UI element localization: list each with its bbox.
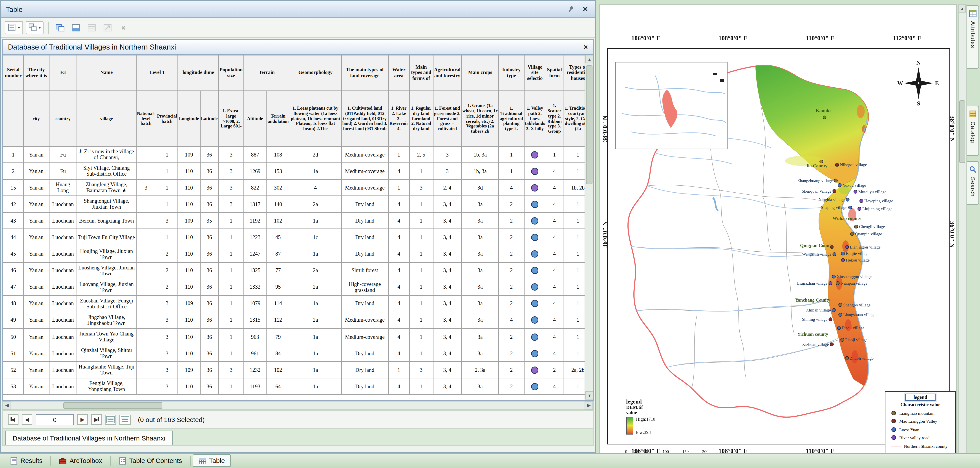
table-cell[interactable]: [136, 163, 156, 179]
table-cell[interactable]: Houjing Village, Jiuxian Town: [77, 246, 136, 262]
column-header[interactable]: Population size: [219, 55, 244, 91]
table-cell[interactable]: 2d: [290, 146, 341, 163]
table-cell[interactable]: Luochuan: [49, 345, 77, 362]
column-subheader[interactable]: 1. River 2. Lake 3. Reservoir 4.: [388, 91, 409, 146]
column-subheader[interactable]: National-level batch: [136, 91, 156, 146]
table-cell[interactable]: 3, 4: [433, 378, 461, 395]
village-marker[interactable]: [841, 252, 845, 256]
table-row[interactable]: 44Yan'anLuochuanTuji Town Fu City Villag…: [3, 229, 593, 246]
table-row[interactable]: 53Yan'anLuochuanFengjia Village, Yongxia…: [3, 378, 593, 395]
table-cell[interactable]: Zhangfeng Village, Baimatan Town ★: [77, 179, 136, 196]
table-cell[interactable]: 108: [266, 146, 290, 163]
table-row[interactable]: 52Yan'anLuochuanHuanglianhe Village, Tuj…: [3, 362, 593, 378]
document-tab-header[interactable]: Database of Traditional Villages in Nort…: [2, 39, 594, 55]
table-cell[interactable]: 50: [3, 329, 24, 345]
table-cell[interactable]: 1: [409, 378, 433, 395]
table-cell[interactable]: 3a: [461, 345, 499, 362]
table-cell[interactable]: 3, 4: [433, 295, 461, 312]
column-header[interactable]: Main crops: [461, 55, 499, 91]
map-canvas[interactable]: N W E S Nihegou villageZhangzhuang villa…: [608, 49, 950, 444]
table-cell[interactable]: [136, 229, 156, 246]
table-cell[interactable]: 4: [388, 329, 409, 345]
column-subheader[interactable]: Latitude: [200, 91, 219, 146]
table-cell[interactable]: Dry land: [341, 378, 388, 395]
table-cell[interactable]: Medium-coverage: [341, 163, 388, 179]
table-cell[interactable]: Medium-coverage: [341, 179, 388, 196]
table-cell[interactable]: 36: [200, 378, 219, 395]
table-cell[interactable]: 36: [200, 246, 219, 262]
table-cell[interactable]: 3: [219, 179, 244, 196]
village-site-cell[interactable]: [524, 196, 546, 212]
table-cell[interactable]: [136, 146, 156, 163]
column-subheader[interactable]: 1. Forest and grass mode 2. Forest and g…: [433, 91, 461, 146]
table-cell[interactable]: Yan'an: [24, 329, 49, 345]
pin-icon[interactable]: [566, 5, 575, 14]
table-cell[interactable]: 49: [3, 312, 24, 328]
table-cell[interactable]: 2a: [290, 262, 341, 279]
sidebar-tab-catalog[interactable]: Catalog: [967, 105, 979, 156]
table-cell[interactable]: 1: [388, 362, 409, 378]
table-row[interactable]: 49Yan'anLuochuanJingzhao Village, Jingzh…: [3, 312, 593, 328]
table-cell[interactable]: 3, 4: [433, 312, 461, 328]
table-cell[interactable]: 1a: [290, 329, 341, 345]
table-cell[interactable]: 3, 4: [433, 279, 461, 295]
table-cell[interactable]: Shangtongdi Village, Jiuxian Town: [77, 196, 136, 212]
table-cell[interactable]: 110: [178, 163, 200, 179]
table-cell[interactable]: 3: [219, 146, 244, 163]
table-options-button[interactable]: ▾: [5, 21, 23, 34]
column-header[interactable]: Village site selectio: [524, 55, 546, 91]
table-cell[interactable]: Zuoshan Village, Fengqi Sub-district Off…: [77, 295, 136, 312]
table-cell[interactable]: 1315: [244, 312, 267, 328]
table-cell[interactable]: 102: [266, 362, 290, 378]
table-cell[interactable]: [136, 312, 156, 328]
village-marker[interactable]: [834, 179, 837, 182]
table-cell[interactable]: Medium-coverage: [341, 146, 388, 163]
village-site-cell[interactable]: [524, 179, 546, 196]
column-header[interactable]: Level 1: [136, 55, 178, 91]
table-row[interactable]: 47Yan'anLuochuanLuoyang Village, Jiuxian…: [3, 279, 593, 295]
table-cell[interactable]: 2a: [290, 196, 341, 212]
table-cell[interactable]: [136, 279, 156, 295]
table-cell[interactable]: 2: [499, 345, 524, 362]
table-cell[interactable]: 45: [3, 246, 24, 262]
table-cell[interactable]: 4: [546, 329, 563, 345]
previous-record-button[interactable]: ◀: [22, 414, 32, 425]
table-cell[interactable]: Ji Zi is now in the village of Chuanyi,: [77, 146, 136, 163]
table-cell[interactable]: 3a: [461, 196, 499, 212]
table-cell[interactable]: Dry land: [341, 295, 388, 312]
table-cell[interactable]: Luochuan: [49, 229, 77, 246]
next-record-button[interactable]: ▶: [77, 414, 88, 425]
table-cell[interactable]: [136, 246, 156, 262]
table-cell[interactable]: 3: [409, 362, 433, 378]
column-subheader[interactable]: 1. Extra-large >1000, 2. Large 601-: [219, 91, 244, 146]
table-cell[interactable]: Tuji Town Fu City Village: [77, 229, 136, 246]
table-cell[interactable]: Yan'an: [24, 312, 49, 328]
table-cell[interactable]: Fu: [49, 146, 77, 163]
table-cell[interactable]: 36: [200, 295, 219, 312]
table-cell[interactable]: 4: [546, 312, 563, 328]
table-cell[interactable]: 51: [3, 345, 24, 362]
table-cell[interactable]: Luochuan: [49, 246, 77, 262]
close-icon[interactable]: ×: [581, 5, 590, 14]
table-cell[interactable]: 64: [266, 378, 290, 395]
table-cell[interactable]: 110: [178, 196, 200, 212]
table-cell[interactable]: 36: [200, 229, 219, 246]
table-cell[interactable]: 1a: [290, 163, 341, 179]
first-record-button[interactable]: ◀: [8, 414, 19, 425]
column-header[interactable]: Spatial form: [546, 55, 563, 91]
village-marker[interactable]: [829, 318, 832, 321]
column-header[interactable]: The main types of land coverage: [341, 55, 388, 91]
sidebar-tab-attributes[interactable]: Attributes: [967, 5, 979, 69]
table-cell[interactable]: 4: [388, 295, 409, 312]
column-header[interactable]: Terrain: [244, 55, 290, 91]
table-cell[interactable]: 36: [200, 163, 219, 179]
village-site-cell[interactable]: [524, 279, 546, 295]
table-cell[interactable]: 1: [219, 212, 244, 229]
table-cell[interactable]: 1: [409, 212, 433, 229]
tab-table[interactable]: Table: [192, 455, 231, 467]
table-cell[interactable]: 302: [266, 179, 290, 196]
village-site-cell[interactable]: [524, 362, 546, 378]
table-cell[interactable]: 3a: [461, 295, 499, 312]
switch-selection-icon[interactable]: [53, 21, 67, 34]
table-cell[interactable]: 4: [546, 196, 563, 212]
